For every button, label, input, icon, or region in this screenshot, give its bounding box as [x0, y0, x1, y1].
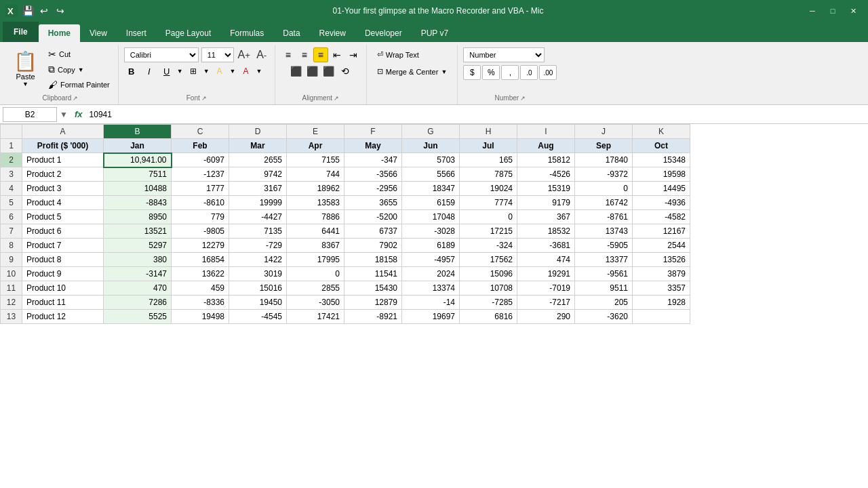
cell-9-11[interactable]: -7019: [517, 281, 575, 296]
cell-9-6[interactable]: 367: [517, 210, 575, 224]
font-color-dropdown[interactable]: ▼: [256, 68, 262, 75]
cell-9-5[interactable]: 9179: [517, 196, 575, 210]
cell-2-11[interactable]: 470: [104, 281, 172, 296]
number-expand-icon[interactable]: ↗: [520, 95, 526, 102]
percent-button[interactable]: %: [482, 65, 500, 80]
cell-8-13[interactable]: 6816: [460, 310, 517, 324]
undo-icon[interactable]: ↩: [38, 5, 50, 17]
cell-4-11[interactable]: 15016: [229, 281, 287, 296]
cell-6-6[interactable]: -5200: [344, 210, 402, 224]
cell-6-13[interactable]: -8921: [344, 310, 402, 324]
cell-6-9[interactable]: 18158: [344, 253, 402, 267]
cell-a10[interactable]: Product 9: [22, 267, 104, 281]
close-button[interactable]: ✕: [844, 4, 863, 18]
cell-8-6[interactable]: 0: [460, 210, 517, 224]
cell-5-8[interactable]: 8367: [287, 239, 344, 253]
font-expand-icon[interactable]: ↗: [201, 95, 207, 102]
cell-10-2[interactable]: 17840: [575, 153, 633, 167]
col-header-b[interactable]: B: [104, 125, 172, 139]
cell-4-2[interactable]: 2655: [229, 153, 287, 167]
header-cell-10[interactable]: Oct: [633, 139, 690, 153]
cell-5-3[interactable]: 744: [287, 167, 344, 182]
row-header-4[interactable]: 4: [1, 182, 22, 196]
align-top-right-button[interactable]: ≡: [313, 47, 328, 62]
wrap-text-button[interactable]: ⏎ Wrap Text: [372, 47, 424, 62]
cell-10-8[interactable]: -5905: [575, 239, 633, 253]
cell-4-13[interactable]: -4545: [229, 310, 287, 324]
cell-2-4[interactable]: 10488: [104, 182, 172, 196]
cell-7-12[interactable]: -14: [402, 296, 460, 310]
cell-3-4[interactable]: 1777: [172, 182, 229, 196]
underline-dropdown[interactable]: ▼: [177, 68, 183, 75]
header-cell-8[interactable]: Aug: [517, 139, 575, 153]
cell-4-12[interactable]: 19450: [229, 296, 287, 310]
header-cell-0[interactable]: Profit ($ '000): [22, 139, 104, 153]
col-header-h[interactable]: H: [460, 125, 517, 139]
row-header-11[interactable]: 11: [1, 281, 22, 296]
cell-5-11[interactable]: 2855: [287, 281, 344, 296]
merge-dropdown-icon[interactable]: ▼: [441, 68, 447, 75]
tab-file[interactable]: File: [3, 22, 39, 42]
cell-9-8[interactable]: -3681: [517, 239, 575, 253]
row-header-2[interactable]: 2: [1, 153, 22, 167]
cell-11-12[interactable]: 1928: [633, 296, 690, 310]
cell-10-4[interactable]: 0: [575, 182, 633, 196]
col-header-i[interactable]: I: [517, 125, 575, 139]
tab-home[interactable]: Home: [39, 24, 80, 42]
cell-7-9[interactable]: -4957: [402, 253, 460, 267]
cell-a4[interactable]: Product 3: [22, 182, 104, 196]
fill-color-button[interactable]: A: [212, 64, 227, 79]
cell-3-11[interactable]: 459: [172, 281, 229, 296]
header-cell-7[interactable]: Jul: [460, 139, 517, 153]
cell-9-2[interactable]: 15812: [517, 153, 575, 167]
col-header-e[interactable]: E: [287, 125, 344, 139]
cell-a2[interactable]: Product 1: [22, 153, 104, 167]
col-header-c[interactable]: C: [172, 125, 229, 139]
tab-insert[interactable]: Insert: [117, 24, 156, 42]
font-color-button[interactable]: A: [239, 64, 254, 79]
font-name-select[interactable]: Calibri: [124, 47, 199, 62]
tab-pup[interactable]: PUP v7: [412, 24, 458, 42]
cell-11-6[interactable]: -4582: [633, 210, 690, 224]
cell-2-2[interactable]: 10,941.00: [104, 153, 172, 167]
tab-page-layout[interactable]: Page Layout: [156, 24, 220, 42]
row-header-12[interactable]: 12: [1, 296, 22, 310]
cell-3-13[interactable]: 19498: [172, 310, 229, 324]
cell-7-3[interactable]: 5566: [402, 167, 460, 182]
cell-4-3[interactable]: 9742: [229, 167, 287, 182]
cell-11-13[interactable]: [633, 310, 690, 324]
cell-10-7[interactable]: 13743: [575, 224, 633, 239]
save-icon[interactable]: 💾: [22, 5, 34, 17]
cell-2-10[interactable]: -3147: [104, 267, 172, 281]
cell-6-8[interactable]: 7902: [344, 239, 402, 253]
cell-a8[interactable]: Product 7: [22, 239, 104, 253]
cell-11-5[interactable]: -4936: [633, 196, 690, 210]
cell-8-4[interactable]: 19024: [460, 182, 517, 196]
cell-a9[interactable]: Product 8: [22, 253, 104, 267]
alignment-expand-icon[interactable]: ↗: [334, 95, 339, 102]
cell-6-7[interactable]: 6737: [344, 224, 402, 239]
minimize-button[interactable]: ─: [803, 4, 822, 18]
decrease-decimal-button[interactable]: .0: [520, 65, 538, 80]
cell-2-9[interactable]: 380: [104, 253, 172, 267]
cell-6-10[interactable]: 11541: [344, 267, 402, 281]
header-cell-4[interactable]: Apr: [287, 139, 344, 153]
cell-4-8[interactable]: -729: [229, 239, 287, 253]
formula-input[interactable]: [87, 107, 865, 122]
cell-5-6[interactable]: 7886: [287, 210, 344, 224]
row-header-8[interactable]: 8: [1, 239, 22, 253]
row-header-13[interactable]: 13: [1, 310, 22, 324]
underline-button[interactable]: U: [159, 64, 174, 79]
cell-5-10[interactable]: 0: [287, 267, 344, 281]
cell-8-8[interactable]: -324: [460, 239, 517, 253]
cell-7-2[interactable]: 5703: [402, 153, 460, 167]
cell-8-10[interactable]: 15096: [460, 267, 517, 281]
cell-4-9[interactable]: 1422: [229, 253, 287, 267]
cell-11-10[interactable]: 3879: [633, 267, 690, 281]
cell-6-5[interactable]: 3655: [344, 196, 402, 210]
cell-10-12[interactable]: 205: [575, 296, 633, 310]
cell-5-7[interactable]: 6441: [287, 224, 344, 239]
cell-2-3[interactable]: 7511: [104, 167, 172, 182]
cell-a12[interactable]: Product 11: [22, 296, 104, 310]
align-right-button[interactable]: ⬛: [321, 64, 336, 79]
